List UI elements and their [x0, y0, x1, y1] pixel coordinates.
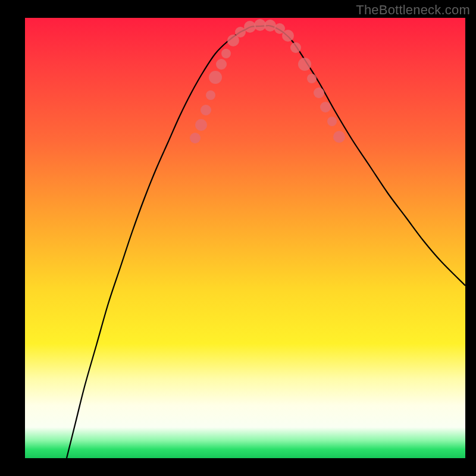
- scatter-dot: [298, 58, 311, 71]
- scatter-dot: [333, 131, 345, 143]
- scatter-dot: [209, 71, 222, 84]
- scatter-dot: [235, 27, 246, 37]
- scatter-dot: [206, 90, 215, 100]
- scatter-dot: [190, 133, 201, 143]
- scatter-dot: [282, 30, 294, 42]
- plot-area: [25, 18, 465, 458]
- scatter-dots-group: [190, 19, 345, 143]
- watermark-label: TheBottleneck.com: [356, 2, 470, 18]
- scatter-dot: [195, 119, 207, 131]
- chart-frame: TheBottleneck.com: [0, 0, 476, 476]
- scatter-dot: [254, 19, 266, 31]
- scatter-dot: [290, 42, 301, 53]
- scatter-dot: [307, 74, 317, 83]
- scatter-dot: [201, 105, 211, 115]
- scatter-dot: [320, 102, 331, 112]
- scatter-dot: [221, 49, 231, 58]
- scatter-dot: [327, 117, 337, 126]
- scatter-dot: [244, 21, 256, 33]
- scatter-dot: [314, 87, 324, 98]
- curve-svg: [25, 18, 465, 458]
- scatter-dot: [216, 59, 227, 70]
- scatter-dot: [264, 20, 276, 32]
- left-curve: [67, 26, 269, 458]
